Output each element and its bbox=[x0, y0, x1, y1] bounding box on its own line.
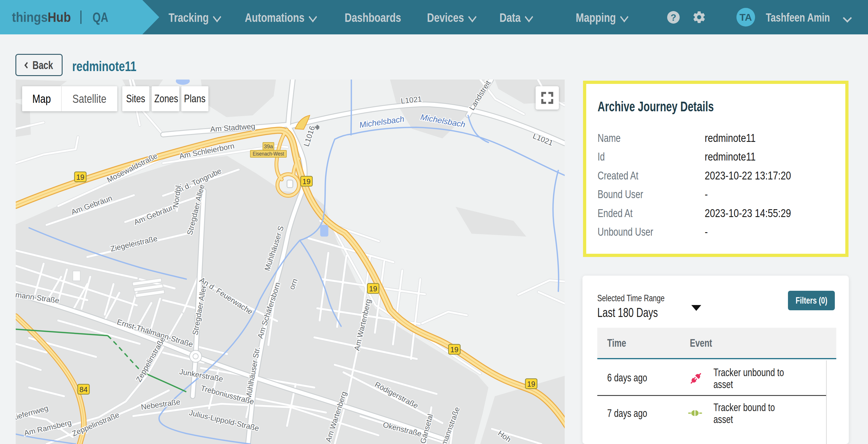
svg-text:19: 19 bbox=[303, 177, 311, 185]
svg-text:19: 19 bbox=[76, 173, 85, 181]
svg-text:84: 84 bbox=[80, 385, 88, 393]
svg-text:Eisenach-West: Eisenach-West bbox=[253, 151, 284, 157]
svg-text:19: 19 bbox=[527, 380, 535, 388]
svg-text:19: 19 bbox=[369, 285, 377, 293]
svg-text:19: 19 bbox=[450, 346, 459, 354]
svg-text:39a: 39a bbox=[264, 143, 273, 149]
